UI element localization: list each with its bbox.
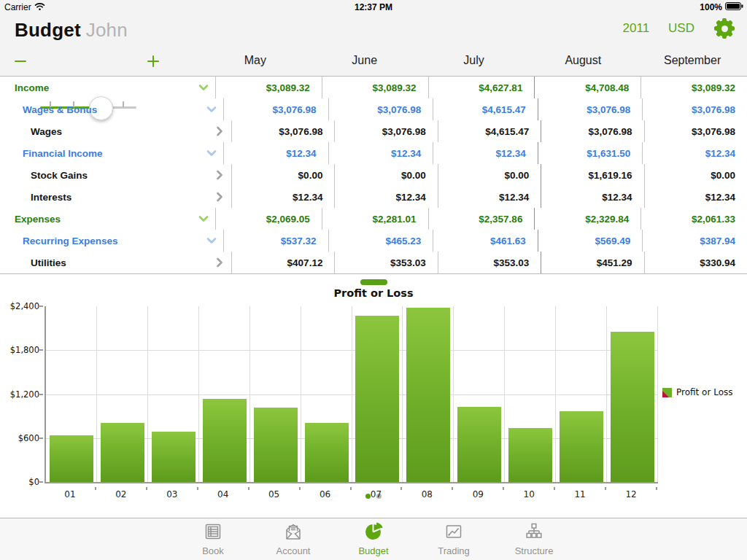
profit-bar <box>152 432 196 482</box>
month-header: July <box>419 45 529 76</box>
category-cell[interactable]: Financial Income <box>0 142 223 164</box>
value-cell: $3,076.98 <box>541 120 643 142</box>
plus-icon[interactable] <box>147 55 160 68</box>
value-cell: $4,627.81 <box>428 77 535 98</box>
category-cell[interactable]: Recurring Expenses <box>0 230 223 252</box>
zoom-slider-toolbar <box>0 45 201 76</box>
tab-structure[interactable]: Structure <box>505 518 563 560</box>
chevron-down-icon <box>206 104 217 117</box>
x-axis-tick <box>350 487 352 490</box>
budget-pie-icon <box>363 521 384 545</box>
value-cell: $330.94 <box>644 252 747 273</box>
x-axis-tick-label: 11 <box>565 489 595 499</box>
budget-table: Income$3,089.32$3,089.32$4,627.81$4,708.… <box>0 77 747 274</box>
x-axis-tick-label: 09 <box>463 489 492 499</box>
x-axis-tick <box>197 487 198 490</box>
value-cell: $3,076.98 <box>334 120 437 142</box>
category-label: Financial Income <box>23 148 103 159</box>
y-axis-tick-label: $2,400 <box>0 301 39 311</box>
tab-label: Structure <box>515 545 554 556</box>
minus-icon[interactable] <box>14 55 27 68</box>
y-axis-tick <box>39 306 43 307</box>
x-axis-tick-label: 03 <box>158 489 187 499</box>
gridline-horizontal <box>46 350 658 351</box>
value-cell: $2,281.01 <box>322 208 428 230</box>
table-row: Expenses$2,069.05$2,281.01$2,357.86$2,32… <box>0 208 747 230</box>
tab-label: Budget <box>358 545 388 556</box>
value-cell: $2,357.86 <box>428 208 535 230</box>
x-axis-tick-label: 07 <box>361 489 390 499</box>
chart-panel: Profit or Loss Profit or Loss $2,400$1,8… <box>0 279 747 503</box>
value-cell: $12.34 <box>642 142 747 164</box>
gridline-vertical <box>249 306 250 482</box>
value-cell: $3,089.32 <box>322 77 428 98</box>
value-cell: $407.12 <box>231 252 334 273</box>
category-cell[interactable]: Wages <box>0 120 231 142</box>
x-axis-tick <box>299 487 301 490</box>
chevron-down-icon <box>198 82 209 96</box>
y-axis-tick <box>39 349 43 351</box>
x-axis-tick-label: 02 <box>107 489 136 499</box>
value-cell: $569.49 <box>538 230 643 252</box>
gridline-horizontal <box>46 394 658 395</box>
category-label: Expenses <box>15 214 61 225</box>
status-bar: Carrier 12:37 PM 100% <box>0 0 747 15</box>
chevron-down-icon <box>206 147 217 161</box>
value-cell: $1,631.50 <box>538 142 643 164</box>
plot-area <box>44 306 658 483</box>
value-cell: $4,615.47 <box>438 120 541 142</box>
category-cell[interactable]: Expenses <box>0 208 215 230</box>
y-axis-tick <box>39 438 43 439</box>
x-axis-tick <box>400 487 402 490</box>
profit-bar <box>508 428 552 482</box>
chart-title: Profit or Loss <box>0 287 747 299</box>
month-header: August <box>528 45 638 76</box>
chevron-right-icon <box>214 257 225 271</box>
gridline-vertical <box>96 306 97 482</box>
tab-budget[interactable]: Budget <box>344 518 403 560</box>
tab-book[interactable]: Book <box>184 518 242 560</box>
account-envelope-icon <box>283 521 303 545</box>
tab-bar: Book Account Budget <box>0 518 747 560</box>
gridline-vertical <box>198 306 199 482</box>
y-axis-tick <box>39 394 43 395</box>
currency-button[interactable]: USD <box>668 21 694 36</box>
profit-bar <box>611 332 654 482</box>
value-cell: $12.34 <box>438 186 541 208</box>
chevron-down-icon <box>198 213 209 227</box>
table-row: Wages & Bonus$3,076.98$3,076.98$4,615.47… <box>0 98 747 120</box>
year-button[interactable]: 2011 <box>623 21 650 36</box>
table-row: Stock Gains$0.00$0.00$0.00$1,619.16$0.00 <box>0 164 747 186</box>
x-axis-tick <box>554 487 555 490</box>
tab-account[interactable]: Account <box>264 518 322 560</box>
table-row: Financial Income$12.34$12.34$12.34$1,631… <box>0 142 747 164</box>
chevron-right-icon <box>214 191 225 205</box>
category-cell[interactable]: Wages & Bonus <box>0 98 223 120</box>
month-header: September <box>638 45 747 76</box>
gridline-vertical <box>504 306 505 482</box>
value-cell: $3,076.98 <box>538 98 643 120</box>
category-cell[interactable]: Income <box>0 77 215 98</box>
gridline-vertical <box>352 306 352 482</box>
value-cell: $353.03 <box>438 252 541 273</box>
x-axis-tick-label: 08 <box>412 489 441 499</box>
drag-handle[interactable] <box>360 279 387 285</box>
table-row: Utilities$407.12$353.03$353.03$451.29$33… <box>0 252 747 273</box>
category-label: Utilities <box>31 257 66 268</box>
category-cell[interactable]: Stock Gains <box>0 164 231 186</box>
y-axis-tick-label: $600 <box>0 433 39 443</box>
category-label: Wages <box>31 126 62 137</box>
gear-icon[interactable] <box>713 18 735 39</box>
value-cell: $461.63 <box>433 230 538 252</box>
profit-bar <box>101 423 144 482</box>
value-cell: $3,076.98 <box>644 120 747 142</box>
value-cell: $12.34 <box>334 186 437 208</box>
gridline-vertical <box>657 306 658 482</box>
x-axis-tick <box>452 487 453 490</box>
value-cell: $0.00 <box>644 164 747 186</box>
category-cell[interactable]: Interests <box>0 186 231 208</box>
tab-trading[interactable]: Trading <box>425 518 483 560</box>
value-cell: $12.34 <box>328 142 433 164</box>
category-cell[interactable]: Utilities <box>0 252 231 273</box>
y-axis-tick-label: $0 <box>0 477 39 487</box>
